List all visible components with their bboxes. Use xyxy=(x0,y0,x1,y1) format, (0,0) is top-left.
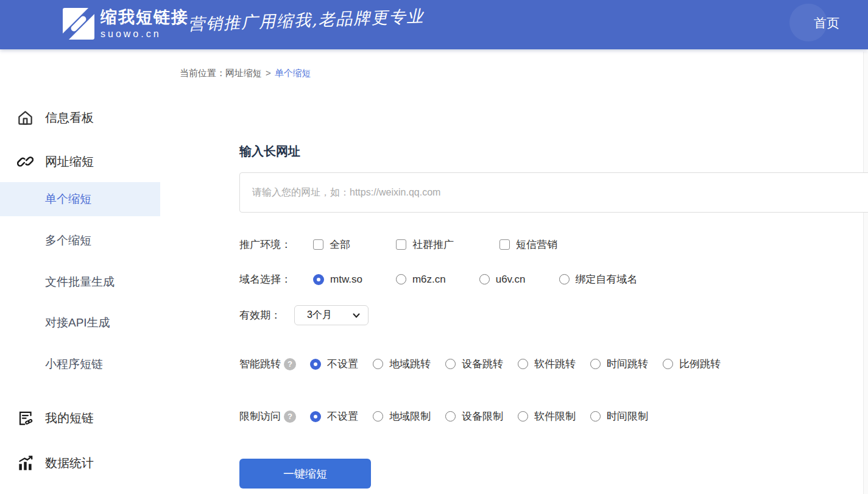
page: 缩我短链接 suowo.cn · 营销推广用缩我,老品牌更专业 首页 当前位置：… xyxy=(0,0,868,494)
shorten-submit-button[interactable]: 一键缩短 xyxy=(239,459,371,489)
radio-jump-ratio[interactable] xyxy=(663,359,673,369)
checkbox-all[interactable] xyxy=(313,239,323,250)
radio-jump-device[interactable] xyxy=(445,359,456,369)
jump-option-device[interactable]: 设备跳转 xyxy=(445,357,503,371)
scrollbar-track[interactable] xyxy=(864,52,868,494)
radio-jump-software[interactable] xyxy=(518,359,528,369)
sidebar-item-label: 文件批量生成 xyxy=(45,274,115,290)
header: 缩我短链接 suowo.cn · 营销推广用缩我,老品牌更专业 首页 xyxy=(0,0,868,49)
limit-option-device[interactable]: 设备限制 xyxy=(445,409,503,423)
brand-logo[interactable]: 缩我短链接 suowo.cn xyxy=(63,8,189,40)
radio-mtw[interactable] xyxy=(313,274,324,285)
sidebar-item-url-shorten[interactable]: 网址缩短 xyxy=(0,152,160,171)
form-title: 输入长网址 xyxy=(239,143,300,160)
tagline-dot: · xyxy=(175,12,182,30)
doc-link-icon xyxy=(17,410,34,426)
help-icon[interactable]: ? xyxy=(284,358,296,370)
breadcrumb-separator: > xyxy=(266,68,271,78)
sidebar-item-multi-shorten[interactable]: 多个缩短 xyxy=(0,232,160,249)
chevron-down-icon xyxy=(352,311,361,320)
long-url-input[interactable] xyxy=(239,172,868,213)
sidebar-item-dashboard[interactable]: 信息看板 xyxy=(0,108,160,127)
breadcrumb-current[interactable]: 单个缩短 xyxy=(275,68,311,78)
jump-option-time[interactable]: 时间跳转 xyxy=(590,357,648,371)
sidebar-item-label: 多个缩短 xyxy=(45,233,91,249)
smart-jump-row: 智能跳转 ? 不设置 地域跳转 设备跳转 软件跳转 时间跳转 比例跳转 xyxy=(239,357,735,371)
promo-option-sms[interactable]: 短信营销 xyxy=(499,238,557,252)
validity-label: 有效期： xyxy=(239,308,294,322)
access-limit-label: 限制访问 xyxy=(239,409,284,423)
sidebar-item-api-generate[interactable]: 对接API生成 xyxy=(0,314,160,331)
breadcrumb-prefix: 当前位置： xyxy=(180,68,225,78)
validity-selected-value: 3个月 xyxy=(307,309,332,322)
sidebar-item-label: 数据统计 xyxy=(45,455,94,471)
checkbox-community[interactable] xyxy=(396,239,406,250)
radio-limit-device[interactable] xyxy=(445,411,456,422)
sidebar-item-label: 小程序短链 xyxy=(45,356,103,372)
radio-limit-none[interactable] xyxy=(310,411,321,422)
sidebar-item-label: 对接API生成 xyxy=(45,315,110,331)
sidebar-item-label: 信息看板 xyxy=(45,110,94,126)
sidebar-item-label: 单个缩短 xyxy=(45,191,91,207)
radio-u6v[interactable] xyxy=(479,274,490,284)
jump-option-ratio[interactable]: 比例跳转 xyxy=(663,357,721,371)
home-icon xyxy=(17,110,34,126)
promo-option-community[interactable]: 社群推广 xyxy=(396,238,454,252)
limit-option-time[interactable]: 时间限制 xyxy=(590,409,648,423)
domain-select-label: 域名选择： xyxy=(239,272,313,286)
sidebar-item-miniprogram-link[interactable]: 小程序短链 xyxy=(0,356,160,373)
limit-option-software[interactable]: 软件限制 xyxy=(518,409,576,423)
sidebar-item-my-links[interactable]: 我的短链 xyxy=(0,408,160,428)
sidebar-item-file-batch[interactable]: 文件批量生成 xyxy=(0,273,160,291)
radio-limit-time[interactable] xyxy=(590,411,601,422)
sidebar: 信息看板 网址缩短 单个缩短 多个缩短 文件批量生成 对接API生成 小程序短链 xyxy=(0,52,160,494)
promo-env-label: 推广环境： xyxy=(239,238,313,252)
brand-tagline-wrap: · 营销推广用缩我,老品牌更专业 xyxy=(175,7,424,35)
checkbox-sms[interactable] xyxy=(499,239,510,250)
sidebar-item-single-shorten[interactable]: 单个缩短 xyxy=(0,182,160,216)
domain-option-u6v[interactable]: u6v.cn xyxy=(479,273,526,286)
sidebar-item-domain-manage[interactable]: 域名管理 xyxy=(0,491,160,494)
limit-option-none[interactable]: 不设置 xyxy=(310,409,358,423)
radio-jump-none[interactable] xyxy=(310,359,321,370)
domain-option-custom[interactable]: 绑定自有域名 xyxy=(559,272,638,286)
radio-jump-time[interactable] xyxy=(590,359,601,369)
jump-option-software[interactable]: 软件跳转 xyxy=(518,357,576,371)
validity-row: 有效期： 3个月 xyxy=(239,305,369,325)
promo-env-row: 推广环境： 全部 社群推广 短信营销 xyxy=(239,238,603,252)
nav-home-link[interactable]: 首页 xyxy=(814,15,839,32)
breadcrumb-parent[interactable]: 网址缩短 xyxy=(225,68,262,78)
domain-option-mtw[interactable]: mtw.so xyxy=(313,273,362,286)
domain-select-row: 域名选择： mtw.so m6z.cn u6v.cn 绑定自有域名 xyxy=(239,272,671,286)
radio-limit-region[interactable] xyxy=(373,411,383,422)
radio-custom-domain[interactable] xyxy=(559,274,570,284)
help-icon[interactable]: ? xyxy=(284,411,296,423)
radio-m6z[interactable] xyxy=(396,274,406,284)
brand-s-icon xyxy=(63,8,94,40)
jump-option-region[interactable]: 地域跳转 xyxy=(373,357,431,371)
promo-option-all[interactable]: 全部 xyxy=(313,238,350,252)
limit-option-region[interactable]: 地域限制 xyxy=(373,409,431,423)
sidebar-item-label: 我的短链 xyxy=(45,410,94,426)
smart-jump-label: 智能跳转 xyxy=(239,357,284,371)
access-limit-row: 限制访问 ? 不设置 地域限制 设备限制 软件限制 时间限制 xyxy=(239,409,663,423)
sidebar-item-statistics[interactable]: 数据统计 xyxy=(0,453,160,473)
jump-option-none[interactable]: 不设置 xyxy=(310,357,358,371)
radio-limit-software[interactable] xyxy=(518,411,528,422)
validity-select[interactable]: 3个月 xyxy=(294,305,369,325)
breadcrumb: 当前位置：网址缩短>单个缩短 xyxy=(180,68,311,79)
radio-jump-region[interactable] xyxy=(373,359,383,369)
sidebar-item-label: 网址缩短 xyxy=(45,153,94,170)
chart-icon xyxy=(17,455,34,471)
domain-option-m6z[interactable]: m6z.cn xyxy=(396,273,446,286)
link-icon xyxy=(17,153,34,170)
brand-tagline: 营销推广用缩我,老品牌更专业 xyxy=(188,0,425,35)
